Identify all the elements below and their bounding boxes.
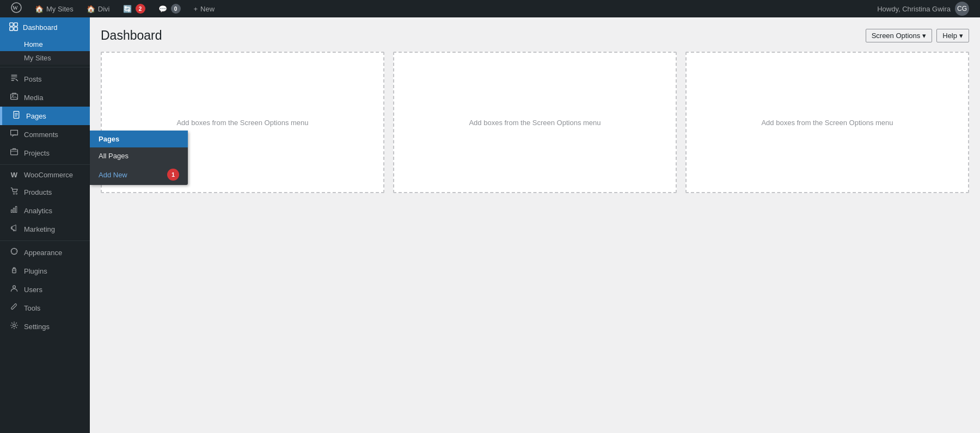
comments-badge: 0 — [171, 4, 181, 14]
adminbar-new[interactable]: + New — [188, 0, 220, 17]
help-arrow: ▾ — [959, 32, 963, 40]
panel-2-placeholder: Add boxes from the Screen Options menu — [469, 119, 601, 127]
svg-rect-6 — [11, 94, 18, 100]
sidebar-item-projects[interactable]: Projects — [0, 144, 90, 162]
sidebar-item-tools[interactable]: Tools — [0, 299, 90, 317]
dashboard-panel-2: Add boxes from the Screen Options menu — [393, 52, 677, 193]
svg-point-7 — [12, 95, 13, 96]
svg-text:W: W — [13, 5, 18, 11]
screen-options-label: Screen Options — [872, 32, 921, 40]
svg-rect-5 — [14, 27, 17, 30]
header-buttons: Screen Options ▾ Help ▾ — [866, 29, 969, 42]
sidebar-item-users[interactable]: Users — [0, 280, 90, 299]
help-label: Help — [942, 32, 957, 40]
analytics-icon — [9, 205, 20, 216]
divi-label: Divi — [98, 5, 110, 13]
dashboard-icon — [9, 22, 19, 33]
settings-icon — [9, 321, 20, 332]
menu-dashboard-section: Dashboard Home My Sites — [0, 17, 90, 65]
sidebar-item-media[interactable]: Media — [0, 88, 90, 107]
submenu-all-pages[interactable]: All Pages — [90, 147, 188, 164]
new-label: New — [200, 5, 215, 13]
svg-rect-13 — [13, 208, 14, 213]
sidebar-item-pages[interactable]: Pages — [0, 107, 90, 125]
svg-point-11 — [16, 193, 17, 194]
dashboard-panels: Add boxes from the Screen Options menu A… — [101, 52, 969, 193]
screen-options-button[interactable]: Screen Options ▾ — [866, 29, 933, 42]
plugins-icon — [9, 265, 20, 276]
my-sites-label: My Sites — [46, 5, 74, 13]
posts-icon — [9, 73, 20, 84]
sidebar-item-appearance[interactable]: Appearance — [0, 243, 90, 262]
woocommerce-icon: W — [9, 171, 20, 179]
submenu-popup-title: Pages — [99, 135, 119, 143]
adminbar-comments[interactable]: 💬 0 — [153, 0, 186, 17]
menu-separator-2 — [0, 164, 90, 165]
svg-rect-12 — [11, 210, 12, 213]
divi-icon: 🏠 — [87, 5, 95, 13]
submenu-popup-header[interactable]: Pages — [90, 131, 188, 147]
help-button[interactable]: Help ▾ — [936, 29, 969, 42]
dashboard-panel-3: Add boxes from the Screen Options menu — [685, 52, 969, 193]
sidebar-item-settings[interactable]: Settings — [0, 317, 90, 336]
products-icon — [9, 187, 20, 197]
page-header: Dashboard Screen Options ▾ Help ▾ — [101, 28, 969, 43]
dashboard-sub-my-sites[interactable]: My Sites — [0, 51, 90, 65]
adminbar-wp-logo[interactable]: W — [5, 0, 27, 17]
sidebar-item-products[interactable]: Products — [0, 183, 90, 201]
sidebar-item-woocommerce[interactable]: W WooCommerce — [0, 167, 90, 183]
svg-point-10 — [13, 193, 14, 194]
appearance-icon — [9, 247, 20, 258]
menu-separator-3 — [0, 240, 90, 241]
howdy-text: Howdy, Christina Gwira — [877, 5, 951, 13]
comments-icon: 💬 — [158, 5, 167, 13]
sidebar-item-dashboard[interactable]: Dashboard — [0, 17, 90, 38]
screen-options-arrow: ▾ — [922, 32, 926, 40]
tools-icon — [9, 302, 20, 313]
sidebar-item-plugins[interactable]: Plugins — [0, 262, 90, 280]
pages-icon — [11, 110, 22, 121]
main-content: Dashboard Screen Options ▾ Help ▾ Add bo… — [90, 17, 980, 433]
updates-icon: 🔄 — [123, 5, 132, 13]
svg-rect-14 — [15, 206, 16, 212]
wp-layout: Dashboard Home My Sites Posts — [0, 17, 980, 433]
pages-submenu-popup: Pages All Pages Add New 1 — [90, 131, 188, 185]
panel-3-placeholder: Add boxes from the Screen Options menu — [761, 119, 893, 127]
svg-rect-3 — [14, 23, 17, 26]
users-icon — [9, 284, 20, 295]
adminbar-left: W 🏠 My Sites 🏠 Divi 🔄 2 💬 0 + New — [5, 0, 872, 17]
svg-rect-9 — [11, 150, 18, 155]
new-icon: + — [194, 5, 198, 13]
adminbar-my-sites[interactable]: 🏠 My Sites — [29, 0, 79, 17]
svg-rect-2 — [10, 23, 13, 26]
sidebar-item-posts[interactable]: Posts — [0, 70, 90, 88]
svg-point-18 — [13, 324, 16, 327]
sidebar-item-marketing[interactable]: Marketing — [0, 220, 90, 238]
sidebar-item-comments[interactable]: Comments — [0, 125, 90, 144]
add-new-badge: 1 — [167, 169, 179, 181]
adminbar-updates[interactable]: 🔄 2 — [118, 0, 151, 17]
projects-icon — [9, 147, 20, 158]
marketing-icon — [9, 224, 20, 234]
svg-point-15 — [11, 248, 17, 254]
media-icon — [9, 92, 20, 103]
comments-sidebar-icon — [9, 129, 20, 140]
adminbar-howdy[interactable]: Howdy, Christina Gwira CG — [872, 2, 975, 16]
dashboard-sub-home[interactable]: Home — [0, 38, 90, 51]
page-title: Dashboard — [101, 28, 162, 43]
updates-badge: 2 — [136, 4, 145, 14]
svg-point-17 — [13, 286, 16, 288]
sidebar-item-analytics[interactable]: Analytics — [0, 201, 90, 220]
my-sites-icon: 🏠 — [35, 5, 44, 13]
adminbar-right: Howdy, Christina Gwira CG — [872, 2, 975, 16]
avatar: CG — [955, 2, 969, 16]
dashboard-label: Dashboard — [23, 23, 58, 32]
svg-rect-4 — [10, 27, 13, 30]
submenu-add-new[interactable]: Add New 1 — [90, 164, 188, 185]
admin-bar: W 🏠 My Sites 🏠 Divi 🔄 2 💬 0 + New — [0, 0, 980, 17]
adminbar-divi[interactable]: 🏠 Divi — [81, 0, 115, 17]
adminmenu: Dashboard Home My Sites Posts — [0, 17, 90, 433]
wp-logo-icon: W — [11, 2, 22, 16]
menu-separator-1 — [0, 67, 90, 67]
panel-1-placeholder: Add boxes from the Screen Options menu — [176, 119, 308, 127]
